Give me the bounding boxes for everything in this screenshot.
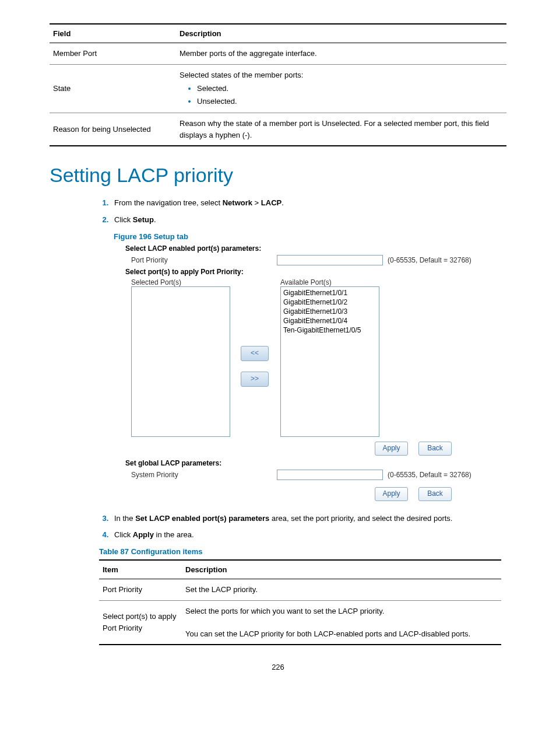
dual-listbox: Selected Port(s) << >> Available Port(s)… xyxy=(125,278,510,437)
steps-list-1: From the navigation tree, select Network… xyxy=(50,197,506,226)
bullet-item: Selected. xyxy=(197,83,503,94)
field-description-table: Field Description Member PortMember port… xyxy=(50,23,506,146)
page-title: Setting LACP priority xyxy=(50,164,506,187)
system-priority-hint: (0-65535, Default = 32768) xyxy=(383,471,471,479)
table-cell-field: State xyxy=(50,64,176,113)
selected-ports-label: Selected Port(s) xyxy=(125,278,230,286)
th-description: Description xyxy=(176,24,506,43)
step-item: Click Apply in the area. xyxy=(111,529,506,541)
bullet-item: Unselected. xyxy=(197,96,503,107)
step-item: Click Setup. xyxy=(111,214,506,226)
table-cell-field: Reason for being Unselected xyxy=(50,113,176,146)
system-priority-label: System Priority xyxy=(125,471,277,479)
section-global-lacp-title: Set global LACP parameters: xyxy=(125,459,510,467)
available-ports-listbox[interactable]: GigabitEthernet1/0/1GigabitEthernet1/0/2… xyxy=(280,286,379,437)
move-left-button[interactable]: << xyxy=(241,346,269,361)
back-button-2[interactable]: Back xyxy=(418,487,452,501)
apply-button-1[interactable]: Apply xyxy=(375,442,408,456)
available-ports-label: Available Port(s) xyxy=(275,278,379,286)
port-option[interactable]: Ten-GigabitEthernet1/0/5 xyxy=(283,326,376,335)
apply-button-2[interactable]: Apply xyxy=(375,487,408,501)
port-priority-input[interactable] xyxy=(277,255,383,265)
system-priority-input[interactable] xyxy=(277,470,383,480)
table-cell-field: Member Port xyxy=(50,43,176,65)
setup-tab-screenshot: Select LACP enabled port(s) parameters: … xyxy=(125,244,510,501)
th-field: Field xyxy=(50,24,176,43)
table-cell-item: Port Priority xyxy=(99,579,182,601)
table-cell-description: Select the ports for which you want to s… xyxy=(182,600,501,645)
figure-caption: Figure 196 Setup tab xyxy=(114,232,506,241)
configuration-items-table: Item Description Port PrioritySet the LA… xyxy=(99,559,501,645)
steps-list-2: In the Set LACP enabled port(s) paramete… xyxy=(50,513,506,542)
back-button-1[interactable]: Back xyxy=(418,442,452,456)
port-option[interactable]: GigabitEthernet1/0/2 xyxy=(283,298,376,307)
select-ports-title: Select port(s) to apply Port Priority: xyxy=(125,268,510,276)
table-caption: Table 87 Configuration items xyxy=(99,547,506,556)
step-item: In the Set LACP enabled port(s) paramete… xyxy=(111,513,506,525)
move-right-button[interactable]: >> xyxy=(241,372,269,387)
section-lacp-ports-title: Select LACP enabled port(s) parameters: xyxy=(125,244,510,253)
step-item: From the navigation tree, select Network… xyxy=(111,197,506,209)
table-cell-description: Reason why the state of a member port is… xyxy=(176,113,506,146)
port-option[interactable]: GigabitEthernet1/0/3 xyxy=(283,307,376,316)
table-cell-item: Select port(s) to apply Port Priority xyxy=(99,600,182,645)
th-description: Description xyxy=(182,560,501,579)
table-cell-description: Selected states of the member ports:Sele… xyxy=(176,64,506,113)
table-cell-description: Set the LACP priority. xyxy=(182,579,501,601)
page-number: 226 xyxy=(50,663,506,671)
table-cell-description: Member ports of the aggregate interface. xyxy=(176,43,506,65)
th-item: Item xyxy=(99,560,182,579)
port-option[interactable]: GigabitEthernet1/0/1 xyxy=(283,288,376,298)
selected-ports-listbox[interactable] xyxy=(131,286,230,437)
port-priority-label: Port Priority xyxy=(125,256,277,264)
port-option[interactable]: GigabitEthernet1/0/4 xyxy=(283,316,376,326)
port-priority-hint: (0-65535, Default = 32768) xyxy=(383,256,471,264)
